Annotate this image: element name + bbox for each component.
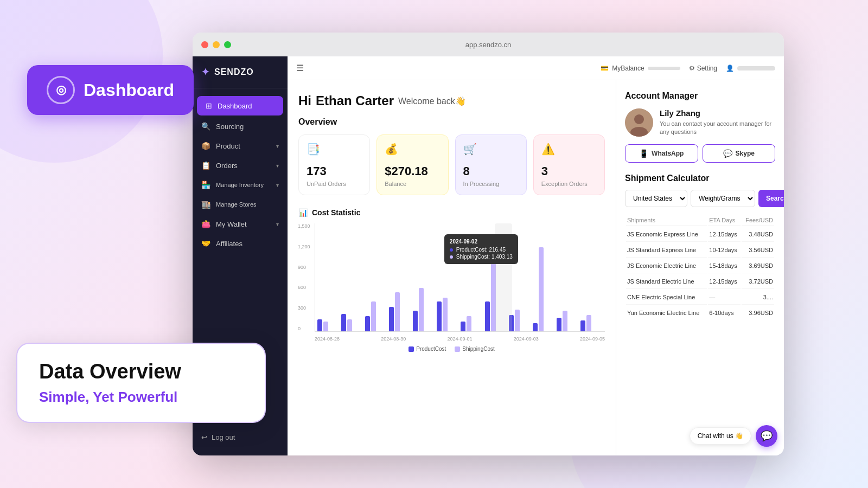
processing-label: In Processing xyxy=(463,181,519,187)
bar-product-1 xyxy=(341,314,346,331)
sidebar-item-manage-stores[interactable]: 🏬 Manage Stores xyxy=(193,195,288,214)
shipment-fee-1: 3.56USD xyxy=(742,243,774,258)
sidebar-item-manage-stores-label: Manage Stores xyxy=(216,201,257,208)
shipment-eta-5: 6-10days xyxy=(708,306,741,320)
bar-product-0 xyxy=(317,319,322,331)
weight-select[interactable]: Weight/Grams xyxy=(691,190,755,207)
settings-area[interactable]: ⚙ Setting xyxy=(689,65,717,72)
bar-product-7 xyxy=(485,301,490,331)
hamburger-menu-icon[interactable]: ☰ xyxy=(296,63,304,73)
legend-item-shipping: ShippingCost xyxy=(455,346,494,352)
exception-card-icon: ⚠️ xyxy=(541,143,597,156)
unpaid-orders-label: UnPaid Orders xyxy=(307,181,362,187)
shipment-name-0: JS Economic Express Line xyxy=(626,227,707,242)
manager-desc: You can contact your account manager for… xyxy=(660,120,775,137)
shipment-eta-1: 10-12days xyxy=(708,243,741,258)
skype-button[interactable]: 💬 Skype xyxy=(703,144,776,163)
traffic-light-red[interactable] xyxy=(201,41,208,48)
user-avatar-bar xyxy=(737,66,775,70)
browser-titlebar: app.sendzo.cn xyxy=(193,33,784,56)
sidebar-item-dashboard-label: Dashboard xyxy=(218,102,252,110)
manager-avatar-svg xyxy=(625,108,653,137)
sidebar-item-orders-label: Orders xyxy=(216,162,238,170)
sourcing-nav-icon: 🔍 xyxy=(201,122,210,131)
bar-shipping-11 xyxy=(586,315,591,331)
cost-statistic-title: 📊 Cost Statistic xyxy=(298,208,605,217)
shipment-name-4: CNE Electric Special Line xyxy=(626,290,707,305)
chart-y-axis: 0 300 600 900 1,200 1,500 xyxy=(298,223,310,331)
manager-name: Lily Zhang xyxy=(660,108,775,118)
bar-shipping-0 xyxy=(323,322,328,331)
col-header-eta: ETA Days xyxy=(708,215,741,226)
bar-shipping-10 xyxy=(563,311,567,331)
wallet-chevron-icon: ▾ xyxy=(276,221,279,227)
bar-group-2 xyxy=(365,301,387,331)
traffic-light-yellow[interactable] xyxy=(213,41,220,48)
country-select[interactable]: United States xyxy=(625,190,687,207)
sidebar-item-wallet[interactable]: 👛 My Wallet ▾ xyxy=(193,214,288,234)
shipment-search-button[interactable]: Search xyxy=(758,190,784,207)
bar-group-0 xyxy=(317,319,340,331)
sidebar-item-dashboard[interactable]: ⊞ Dashboard xyxy=(197,96,283,115)
manager-avatar xyxy=(625,108,653,137)
logout-button[interactable]: ↩ Log out xyxy=(193,428,288,447)
tooltip-date: 2024-09-02 xyxy=(450,239,513,245)
bar-product-11 xyxy=(580,320,585,331)
processing-value: 8 xyxy=(463,164,519,178)
shipment-fee-0: 3.48USD xyxy=(742,227,774,242)
shipment-name-3: JS Standard Electric Line xyxy=(626,274,707,289)
bar-shipping-9 xyxy=(539,247,544,331)
bar-group-3 xyxy=(389,292,411,331)
chart-x-axis: 2024-08-28 2024-08-30 2024-09-01 2024-09… xyxy=(315,336,605,342)
right-panel: Account Manager Lily Zhang xyxy=(616,80,784,455)
shipment-fee-5: 3.96USD xyxy=(742,306,774,320)
chat-button[interactable]: 💬 xyxy=(756,425,777,447)
shipment-fee-3: 3.72USD xyxy=(742,274,774,289)
traffic-light-green[interactable] xyxy=(224,41,231,48)
chat-widget[interactable]: Chat with us 👋 💬 xyxy=(690,425,777,447)
dashboard-circle-icon: ◎ xyxy=(47,76,75,104)
bar-product-3 xyxy=(389,307,394,331)
bar-product-9 xyxy=(533,323,538,331)
sidebar-item-affiliates-label: Affiliates xyxy=(216,240,242,248)
shipment-search-row: United States Weight/Grams Search xyxy=(625,190,775,207)
dashboard-nav-icon: ⊞ xyxy=(206,101,212,110)
col-header-shipments: Shipments xyxy=(626,215,707,226)
shipment-fee-2: 3.69USD xyxy=(742,259,774,273)
shipment-row-4: CNE Electric Special Line — 3.... xyxy=(626,290,774,305)
bar-shipping-5 xyxy=(443,298,448,331)
sidebar-item-affiliates[interactable]: 🤝 Affiliates xyxy=(193,234,288,253)
bar-group-10 xyxy=(557,311,579,331)
manage-inventory-chevron-icon: ▾ xyxy=(276,182,279,188)
unpaid-orders-icon: 📑 xyxy=(307,143,362,156)
whatsapp-label: WhatsApp xyxy=(652,150,684,157)
user-icon: 👤 xyxy=(726,65,734,72)
whatsapp-button[interactable]: 📱 WhatsApp xyxy=(625,144,698,163)
unpaid-orders-value: 173 xyxy=(307,164,362,178)
sidebar-item-orders[interactable]: 📋 Orders ▾ xyxy=(193,156,288,175)
traffic-lights xyxy=(201,41,231,48)
browser-window: app.sendzo.cn ✦ SENDZO ⊞ Dashboard 🔍 xyxy=(193,33,784,455)
sidebar-item-product[interactable]: 📦 Product ▾ xyxy=(193,136,288,156)
processing-card-icon: 🛒 xyxy=(463,143,519,156)
manage-stores-nav-icon: 🏬 xyxy=(201,200,210,209)
orders-nav-icon: 📋 xyxy=(201,161,210,170)
skype-label: Skype xyxy=(736,150,755,157)
bar-group-5 xyxy=(437,298,459,331)
wallet-nav-icon: 👛 xyxy=(201,220,210,228)
skype-icon: 💬 xyxy=(723,149,732,158)
logo-icon: ✦ xyxy=(201,66,210,78)
manager-info: Lily Zhang You can contact your account … xyxy=(660,108,775,137)
balance-area: 💳 MyBalance xyxy=(601,65,680,72)
sidebar-item-sourcing[interactable]: 🔍 Sourcing xyxy=(193,117,288,136)
bar-product-6 xyxy=(461,322,465,331)
welcome-back-text: Welcome back👋 xyxy=(398,96,466,106)
balance-icon: 💳 xyxy=(601,65,609,72)
user-profile-area[interactable]: 👤 xyxy=(726,65,775,72)
tooltip-product-row: ProductCost: 216.45 xyxy=(450,247,513,253)
account-manager-card: Lily Zhang You can contact your account … xyxy=(625,108,775,137)
sidebar-item-manage-inventory[interactable]: 🏪 Manage Inventory ▾ xyxy=(193,175,288,195)
bar-shipping-6 xyxy=(467,316,471,331)
logout-icon: ↩ xyxy=(201,433,207,441)
account-manager-title: Account Manager xyxy=(625,91,775,101)
